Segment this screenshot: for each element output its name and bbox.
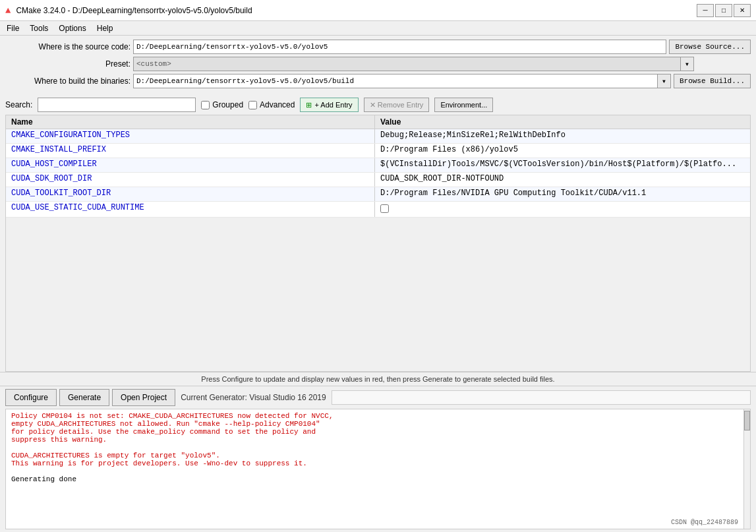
search-input[interactable] xyxy=(38,98,196,112)
add-entry-button[interactable]: ⊞ + Add Entry xyxy=(300,98,358,112)
toolbar-row: Search: Grouped Advanced ⊞ + Add Entry ✕… xyxy=(0,95,756,115)
build-label: Where to build the binaries: xyxy=(5,76,131,86)
table-row[interactable]: CUDA_HOST_COMPILER $(VCInstallDir)Tools/… xyxy=(6,158,750,173)
cell-value-checkbox xyxy=(375,202,750,217)
cell-value: D:/Program Files/NVIDIA GPU Computing To… xyxy=(375,187,750,201)
build-dropdown-arrow[interactable]: ▼ xyxy=(658,74,671,88)
advanced-checkbox[interactable] xyxy=(248,101,257,109)
generator-label: Current Generator: Visual Studio 16 2019 xyxy=(178,393,329,402)
cuda-use-static-checkbox[interactable] xyxy=(380,204,389,213)
cell-value: Debug;Release;MinSizeRel;RelWithDebInfo xyxy=(375,129,750,143)
log-line-7: This warning is for project developers. … xyxy=(11,459,738,467)
configure-button[interactable]: Configure xyxy=(5,389,57,406)
col-value-header: Value xyxy=(375,115,750,129)
log-line-1: Policy CMP0104 is not set: CMAKE_CUDA_AR… xyxy=(11,412,738,420)
minimize-button[interactable]: ─ xyxy=(697,4,714,17)
log-content: Policy CMP0104 is not set: CMAKE_CUDA_AR… xyxy=(6,409,743,529)
cell-value: CUDA_SDK_ROOT_DIR-NOTFOUND xyxy=(375,173,750,187)
table-row[interactable]: CUDA_USE_STATIC_CUDA_RUNTIME xyxy=(6,202,750,218)
log-scrollbar-thumb[interactable] xyxy=(744,411,750,430)
cell-name: CUDA_SDK_ROOT_DIR xyxy=(6,173,375,187)
cell-name: CMAKE_CONFIGURATION_TYPES xyxy=(6,129,375,143)
preset-dropdown-arrow[interactable]: ▼ xyxy=(681,57,694,71)
log-scrollbar[interactable] xyxy=(743,409,750,529)
menu-options[interactable]: Options xyxy=(55,23,90,34)
menu-tools[interactable]: Tools xyxy=(26,23,52,34)
watermark: CSDN @qq_22487889 xyxy=(671,519,738,526)
add-entry-label: + Add Entry xyxy=(314,101,352,109)
cell-value: D:/Program Files (x86)/yolov5 xyxy=(375,144,750,158)
log-line-3: for policy details. Use the cmake_policy… xyxy=(11,428,738,436)
table-row[interactable]: CMAKE_CONFIGURATION_TYPES Debug;Release;… xyxy=(6,129,750,144)
cell-name: CUDA_HOST_COMPILER xyxy=(6,158,375,172)
browse-source-button[interactable]: Browse Source... xyxy=(669,40,751,54)
table-row[interactable]: CUDA_SDK_ROOT_DIR CUDA_SDK_ROOT_DIR-NOTF… xyxy=(6,173,750,187)
menu-bar: File Tools Options Help xyxy=(0,21,756,36)
preset-dropdown-wrapper: ▼ xyxy=(133,57,694,71)
search-label: Search: xyxy=(5,100,32,109)
advanced-checkbox-group: Advanced xyxy=(248,100,295,109)
log-line-4: suppress this warning. xyxy=(11,436,738,444)
preset-input xyxy=(133,57,681,71)
cell-value: $(VCInstallDir)Tools/MSVC/$(VCToolsVersi… xyxy=(375,158,750,172)
close-button[interactable]: ✕ xyxy=(734,4,751,17)
col-name-header: Name xyxy=(6,115,375,129)
generate-button[interactable]: Generate xyxy=(59,389,109,406)
log-wrapper: Policy CMP0104 is not set: CMAKE_CUDA_AR… xyxy=(5,409,751,529)
table-row[interactable]: CMAKE_INSTALL_PREFIX D:/Program Files (x… xyxy=(6,144,750,158)
window-controls: ─ □ ✕ xyxy=(697,4,751,17)
advanced-label: Advanced xyxy=(260,100,295,109)
grouped-label: Grouped xyxy=(212,100,243,109)
maximize-button[interactable]: □ xyxy=(715,4,732,17)
status-bar: Press Configure to update and display ne… xyxy=(0,372,756,386)
source-label: Where is the source code: xyxy=(5,42,131,51)
log-line-5 xyxy=(11,444,738,452)
table-inner: Name Value CMAKE_CONFIGURATION_TYPES Deb… xyxy=(6,115,750,371)
browse-build-button[interactable]: Browse Build... xyxy=(674,74,751,88)
environment-button[interactable]: Environment... xyxy=(434,98,493,112)
open-project-button[interactable]: Open Project xyxy=(112,389,175,406)
bottom-toolbar: Configure Generate Open Project Current … xyxy=(0,386,756,409)
build-row: Where to build the binaries: ▼ Browse Bu… xyxy=(5,74,751,88)
grouped-checkbox-group: Grouped xyxy=(201,100,243,109)
cell-name: CUDA_TOOLKIT_ROOT_DIR xyxy=(6,187,375,201)
generator-input[interactable] xyxy=(332,390,751,405)
menu-file[interactable]: File xyxy=(3,23,23,34)
log-line-8 xyxy=(11,467,738,475)
preset-label: Preset: xyxy=(5,59,131,69)
log-line-6: CUDA_ARCHITECTURES is empty for target "… xyxy=(11,452,738,459)
status-message: Press Configure to update and display ne… xyxy=(201,375,554,383)
table-wrapper: Name Value CMAKE_CONFIGURATION_TYPES Deb… xyxy=(5,115,751,372)
cell-name: CUDA_USE_STATIC_CUDA_RUNTIME xyxy=(6,202,375,217)
build-input[interactable] xyxy=(133,74,658,88)
table-header: Name Value xyxy=(6,115,750,129)
cell-name: CMAKE_INSTALL_PREFIX xyxy=(6,144,375,158)
window-title: CMake 3.24.0 - D:/DeepLearning/tensorrtx… xyxy=(16,6,691,15)
source-row: Where is the source code: Browse Source.… xyxy=(5,40,751,54)
log-line-2: empty CUDA_ARCHITECTURES not allowed. Ru… xyxy=(11,420,738,428)
add-entry-icon: ⊞ xyxy=(306,101,312,109)
source-input[interactable] xyxy=(133,40,666,54)
title-bar: ▲ CMake 3.24.0 - D:/DeepLearning/tensorr… xyxy=(0,0,756,21)
remove-entry-button[interactable]: ✕ Remove Entry xyxy=(364,98,430,112)
table-row[interactable]: CUDA_TOOLKIT_ROOT_DIR D:/Program Files/N… xyxy=(6,187,750,202)
grouped-checkbox[interactable] xyxy=(201,101,210,109)
app-icon: ▲ xyxy=(5,5,11,16)
menu-help[interactable]: Help xyxy=(93,23,117,34)
preset-row: Preset: ▼ xyxy=(5,57,751,71)
log-line-9: Generating done xyxy=(11,475,738,483)
form-area: Where is the source code: Browse Source.… xyxy=(0,36,756,95)
build-dropdown-wrapper: ▼ xyxy=(133,74,671,88)
